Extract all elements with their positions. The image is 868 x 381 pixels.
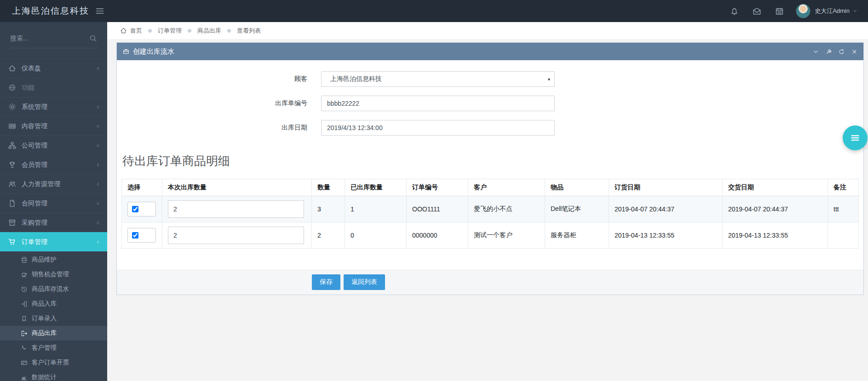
panel-header: 创建出库流水 xyxy=(117,43,863,60)
breadcrumb-item[interactable]: 首页 xyxy=(130,27,142,35)
messages-envelope-icon[interactable] xyxy=(753,7,761,16)
sidebar-subitem[interactable]: 商品出库 xyxy=(0,326,107,341)
row-select-box[interactable] xyxy=(127,228,156,243)
sidebar-item[interactable]: 订单管理 xyxy=(0,232,107,251)
archive-icon xyxy=(8,219,16,227)
outbound-no-input[interactable] xyxy=(321,96,555,111)
briefcase-icon xyxy=(123,48,129,55)
close-icon[interactable] xyxy=(851,49,857,55)
column-header: 选择 xyxy=(122,179,162,196)
phone-icon xyxy=(21,345,28,352)
search-icon[interactable] xyxy=(89,34,97,42)
table-header-row: 选择 本次出库数量 数量 已出库数量 订单编号 客户 物品 订货日期 交货日期 … xyxy=(122,179,859,196)
panel-title: 创建出库流水 xyxy=(133,47,174,56)
sidebar-item[interactable]: 系统管理 xyxy=(0,97,107,116)
users-icon xyxy=(8,180,16,188)
refresh-icon[interactable] xyxy=(839,49,845,55)
sidebar-item[interactable]: 会员管理 xyxy=(0,155,107,174)
sidebar: 仪表盘 功能 系统管理 内容管理 公司管理 会员管理 人力资源管理 合同管理 xyxy=(0,22,107,381)
row-select-box[interactable] xyxy=(127,202,156,216)
sidebar-item[interactable]: 功能 xyxy=(0,78,107,97)
column-header: 物品 xyxy=(545,179,609,196)
credit-card-icon xyxy=(21,359,28,366)
breadcrumb: 首页 订单管理 商品出库 查看列表 xyxy=(107,22,868,39)
globe-icon xyxy=(8,84,16,91)
sidebar-subitem[interactable]: 商品库存流水 xyxy=(0,282,107,296)
pending-outbound-table: 选择 本次出库数量 数量 已出库数量 订单编号 客户 物品 订货日期 交货日期 … xyxy=(121,179,859,249)
topbar: 上海邑泊信息科技 史大江Admin xyxy=(0,0,868,22)
cell-order-no: OOO1111 xyxy=(407,196,468,222)
customer-label: 顾客 xyxy=(121,75,307,83)
row-select-checkbox[interactable] xyxy=(132,206,138,212)
gears-icon xyxy=(8,103,16,111)
settings-wrench-icon[interactable] xyxy=(826,49,832,55)
quick-menu-fab[interactable] xyxy=(843,125,868,150)
cell-delivery-date: 2019-04-13 12:33:55 xyxy=(723,222,828,249)
hamburger-icon xyxy=(850,133,860,143)
file-icon xyxy=(8,199,16,207)
cell-shipped-qty: 0 xyxy=(345,222,407,249)
sidebar-item[interactable]: 公司管理 xyxy=(0,136,107,155)
sidebar-subitem[interactable]: 商品维护 xyxy=(0,252,107,267)
cell-delivery-date: 2019-04-07 20:44:37 xyxy=(723,196,828,222)
newspaper-icon xyxy=(8,122,16,130)
caret-down-icon xyxy=(852,8,858,14)
collapse-icon[interactable] xyxy=(813,49,819,55)
section-title: 待出库订单商品明细 xyxy=(122,153,859,169)
calendar-icon[interactable] xyxy=(775,7,784,16)
sidebar-subitem[interactable]: 客户管理 xyxy=(0,341,107,355)
user-menu[interactable]: 史大江Admin xyxy=(796,4,858,18)
cell-qty: 2 xyxy=(312,222,345,249)
back-to-list-button[interactable]: 返回列表 xyxy=(344,274,385,290)
column-header: 数量 xyxy=(312,179,345,196)
search-input[interactable] xyxy=(9,34,85,42)
column-header: 订货日期 xyxy=(609,179,723,196)
sidebar-submenu: 商品维护 销售机会管理 商品库存流水 商品入库 订单录入 商品出库 客户管理 客… xyxy=(0,251,107,381)
breadcrumb-item[interactable]: 订单管理 xyxy=(142,27,182,35)
user-avatar xyxy=(796,4,811,18)
breadcrumb-item[interactable]: 商品出库 xyxy=(182,27,221,35)
outbound-qty-input[interactable] xyxy=(168,227,304,244)
sign-out-icon xyxy=(21,330,28,337)
cell-remark: ttt xyxy=(828,196,859,222)
sidebar-subitem[interactable]: 销售机会管理 xyxy=(0,267,107,282)
sidebar-subitem[interactable]: 数据统计 xyxy=(0,370,107,381)
home-icon xyxy=(8,64,16,72)
outbound-no-label: 出库单编号 xyxy=(121,99,307,108)
sidebar-toggle-icon[interactable] xyxy=(95,6,105,16)
cell-item: Dell笔记本 xyxy=(545,196,609,222)
topbar-actions: 史大江Admin xyxy=(716,4,868,18)
sidebar-subitem[interactable]: 商品入库 xyxy=(0,296,107,311)
panel-create-outbound-flow: 创建出库流水 顾客 上海邑泊信息科技 ▾ 出库单编号 出库日期 xyxy=(116,42,864,295)
column-header: 订单编号 xyxy=(407,179,468,196)
chevron-left-icon xyxy=(95,143,101,148)
outbound-qty-input[interactable] xyxy=(168,200,304,218)
sidebar-item[interactable]: 内容管理 xyxy=(0,116,107,136)
sidebar-search xyxy=(9,34,98,48)
notifications-bell-icon[interactable] xyxy=(730,7,739,16)
chevron-left-icon xyxy=(95,124,101,129)
brand-title: 上海邑泊信息科技 xyxy=(0,5,94,17)
breadcrumb-item[interactable]: 查看列表 xyxy=(221,27,261,35)
sidebar-subitem[interactable]: 客户订单开票 xyxy=(0,355,107,370)
cell-order-date: 2019-04-13 12:33:55 xyxy=(609,222,723,249)
sidebar-item[interactable]: 合同管理 xyxy=(0,193,107,213)
sidebar-menu: 仪表盘 功能 系统管理 内容管理 公司管理 会员管理 人力资源管理 合同管理 xyxy=(0,58,107,251)
history-icon xyxy=(21,286,28,293)
row-select-checkbox[interactable] xyxy=(132,232,138,239)
outbound-date-input[interactable] xyxy=(321,120,555,136)
cell-item: 服务器柜 xyxy=(545,222,609,249)
cell-order-no: 0000000 xyxy=(407,222,468,249)
cup-icon xyxy=(21,271,28,278)
trophy-icon xyxy=(8,161,16,169)
select-caret-icon: ▾ xyxy=(548,77,550,82)
home-icon[interactable] xyxy=(120,27,127,34)
sidebar-subitem[interactable]: 订单录入 xyxy=(0,311,107,326)
customer-select[interactable]: 上海邑泊信息科技 ▾ xyxy=(321,71,555,87)
save-button[interactable]: 保存 xyxy=(312,274,340,290)
cell-remark xyxy=(828,222,859,249)
sidebar-item[interactable]: 仪表盘 xyxy=(0,58,107,78)
sidebar-item[interactable]: 采购管理 xyxy=(0,213,107,232)
chevron-left-icon xyxy=(95,201,101,206)
sidebar-item[interactable]: 人力资源管理 xyxy=(0,174,107,193)
